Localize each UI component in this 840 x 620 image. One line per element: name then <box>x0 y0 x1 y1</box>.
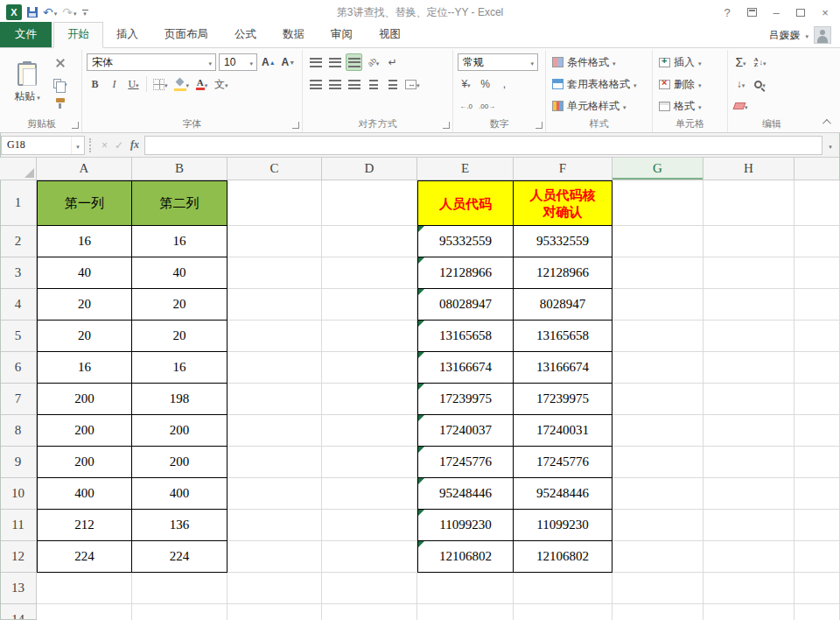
cell-F6[interactable]: 13166674 <box>514 352 612 384</box>
cell-C12[interactable] <box>228 541 322 573</box>
cell-H8[interactable] <box>704 415 794 447</box>
cell-H11[interactable] <box>704 510 794 541</box>
cell-styles-button[interactable]: 单元格样式 <box>550 95 648 116</box>
font-name-combo[interactable]: 宋体 <box>87 53 216 71</box>
cell-C8[interactable] <box>228 415 322 447</box>
fill-color-button[interactable] <box>172 75 192 93</box>
increase-indent-button[interactable] <box>384 75 401 93</box>
cell-G3[interactable] <box>612 257 704 289</box>
cell-B2[interactable]: 16 <box>132 226 228 257</box>
row-header-3[interactable]: 3 <box>0 257 37 289</box>
row-header-4[interactable]: 4 <box>0 289 37 321</box>
cell-C3[interactable] <box>228 257 322 289</box>
align-top-button[interactable] <box>307 53 324 71</box>
row-header-14[interactable]: 14 <box>0 604 37 620</box>
cell-D9[interactable] <box>322 447 417 478</box>
format-as-table-button[interactable]: 套用表格格式 <box>550 74 648 95</box>
wrap-text-button[interactable]: ↵ <box>384 53 401 71</box>
accounting-format-button[interactable]: ¥ <box>458 75 474 93</box>
clear-button[interactable] <box>732 97 750 115</box>
cell-E12[interactable]: 12106802 <box>417 541 514 573</box>
cell-A6[interactable]: 16 <box>37 352 132 384</box>
enter-button[interactable]: ✓ <box>115 139 123 151</box>
bold-button[interactable]: B <box>87 75 103 93</box>
cell-F10[interactable]: 95248446 <box>514 478 612 510</box>
cell-E2[interactable]: 95332559 <box>417 226 514 257</box>
cell-B5[interactable]: 20 <box>132 321 228 352</box>
cell-E13[interactable] <box>417 573 514 604</box>
row-header-6[interactable]: 6 <box>0 352 37 384</box>
cell-D14[interactable] <box>322 604 417 620</box>
decrease-decimal-button[interactable]: .00→ <box>477 97 497 115</box>
cell-B13[interactable] <box>132 573 228 604</box>
cell-C14[interactable] <box>228 604 322 620</box>
cell-H12[interactable] <box>704 541 794 573</box>
cell-E6[interactable]: 13166674 <box>417 352 514 384</box>
tab-data[interactable]: 数据 <box>270 23 318 47</box>
tab-review[interactable]: 审阅 <box>318 23 366 47</box>
font-dialog-launcher[interactable] <box>292 122 299 129</box>
cell-A4[interactable]: 20 <box>37 289 132 321</box>
cell-G2[interactable] <box>612 226 704 257</box>
cell-G6[interactable] <box>612 352 704 384</box>
cell-E11[interactable]: 11099230 <box>417 510 514 541</box>
cell-F13[interactable] <box>514 573 612 604</box>
cell-D10[interactable] <box>322 478 417 510</box>
find-select-button[interactable] <box>752 75 768 93</box>
row-header-7[interactable]: 7 <box>0 384 37 415</box>
cell-C2[interactable] <box>228 226 322 257</box>
tab-home[interactable]: 开始 <box>53 22 103 48</box>
borders-button[interactable] <box>151 75 170 93</box>
cell-A11[interactable]: 212 <box>37 510 132 541</box>
cut-button[interactable] <box>52 54 69 72</box>
cell-B1[interactable]: 第二列 <box>132 180 228 226</box>
font-size-combo[interactable]: 10 <box>219 53 257 71</box>
cell-G10[interactable] <box>612 478 704 510</box>
decrease-indent-button[interactable] <box>365 75 382 93</box>
cell-C11[interactable] <box>228 510 322 541</box>
font-color-button[interactable]: A <box>193 75 210 93</box>
column-header-C[interactable]: C <box>228 158 322 180</box>
excel-app-icon[interactable]: X <box>6 4 22 20</box>
row-header-13[interactable]: 13 <box>0 573 37 604</box>
cell-F8[interactable]: 17240031 <box>514 415 612 447</box>
underline-button[interactable]: U <box>125 75 142 93</box>
select-all-button[interactable] <box>0 158 37 180</box>
cell-A2[interactable]: 16 <box>37 226 132 257</box>
account-area[interactable]: 吕媛媛 <box>768 26 840 47</box>
cell-C1[interactable] <box>228 180 322 226</box>
column-header-A[interactable]: A <box>37 158 132 180</box>
cell-D3[interactable] <box>322 257 417 289</box>
format-cells-button[interactable]: 格式 <box>657 95 723 116</box>
cell-H13[interactable] <box>704 573 794 604</box>
cell-H4[interactable] <box>704 289 794 321</box>
row-header-8[interactable]: 8 <box>0 415 37 447</box>
column-header-B[interactable]: B <box>132 158 228 180</box>
row-header-5[interactable]: 5 <box>0 321 37 352</box>
cell-B8[interactable]: 200 <box>132 415 228 447</box>
cell-F2[interactable]: 95332559 <box>514 226 612 257</box>
cell-D6[interactable] <box>322 352 417 384</box>
tab-page-layout[interactable]: 页面布局 <box>151 23 221 47</box>
italic-button[interactable]: I <box>106 75 122 93</box>
cell-C6[interactable] <box>228 352 322 384</box>
cell-H1[interactable] <box>704 180 794 226</box>
row-header-10[interactable]: 10 <box>0 478 37 510</box>
cell-F9[interactable]: 17245776 <box>514 447 612 478</box>
undo-button[interactable]: ↶ <box>43 5 57 20</box>
clipboard-dialog-launcher[interactable] <box>72 122 79 129</box>
expand-formula-bar-button[interactable] <box>822 139 838 151</box>
paste-button[interactable]: 粘贴 <box>6 52 48 115</box>
cell-F7[interactable]: 17239975 <box>514 384 612 415</box>
tab-view[interactable]: 视图 <box>366 23 414 47</box>
avatar[interactable] <box>814 26 831 44</box>
cell-H5[interactable] <box>704 321 794 352</box>
cell-E10[interactable]: 95248446 <box>417 478 514 510</box>
cell-E4[interactable]: 08028947 <box>417 289 514 321</box>
cell-B10[interactable]: 400 <box>132 478 228 510</box>
cell-B14[interactable] <box>132 604 228 620</box>
column-header-E[interactable]: E <box>417 158 514 180</box>
align-middle-button[interactable] <box>326 53 343 71</box>
cell-H10[interactable] <box>704 478 794 510</box>
orientation-button[interactable]: ab <box>365 53 382 71</box>
